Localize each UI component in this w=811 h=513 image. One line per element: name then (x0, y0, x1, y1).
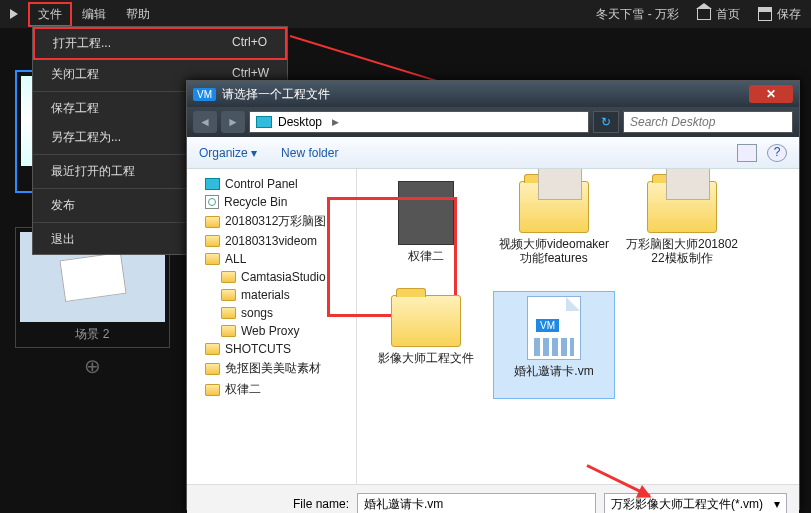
folder-icon (391, 295, 461, 347)
home-button[interactable]: 首页 (697, 6, 740, 23)
menu-edit[interactable]: 编辑 (72, 2, 116, 27)
dialog-navbar: ◄ ► Desktop▶ ↻ (187, 107, 799, 137)
menu-help[interactable]: 帮助 (116, 2, 160, 27)
organize-button[interactable]: Organize ▾ (199, 146, 257, 160)
tree-node[interactable]: 20180312万彩脑图 (191, 211, 352, 232)
filename-label: File name: (199, 497, 349, 511)
file-item[interactable]: 万彩脑图大师20180222模板制作 (621, 177, 743, 285)
file-open-dialog: VM 请选择一个工程文件 ✕ ◄ ► Desktop▶ ↻ Organize ▾… (186, 80, 800, 510)
play-icon (10, 9, 18, 19)
vm-icon: VM (527, 296, 581, 360)
nav-forward-button[interactable]: ► (221, 111, 245, 133)
dialog-footer: File name: 万彩影像大师工程文件(*.vm)▾ Open▼ Cance… (187, 484, 799, 513)
search-input[interactable] (623, 111, 793, 133)
view-button[interactable] (737, 144, 757, 162)
add-scene-button[interactable]: ⊕ (15, 354, 170, 378)
dialog-titlebar: VM 请选择一个工程文件 ✕ (187, 81, 799, 107)
refresh-button[interactable]: ↻ (593, 111, 619, 133)
vm-icon: VM (193, 88, 216, 101)
tree-node[interactable]: SHOTCUTS (191, 340, 352, 358)
tree-node[interactable]: songs (191, 304, 352, 322)
img-icon (398, 181, 454, 245)
desktop-icon (256, 116, 272, 128)
menu-file[interactable]: 文件 (28, 2, 72, 27)
dialog-toolbar: Organize ▾ New folder ? (187, 137, 799, 169)
app-title: 冬天下雪 - 万彩 (596, 6, 679, 23)
tree-node[interactable]: Web Proxy (191, 322, 352, 340)
tree-node[interactable]: materials (191, 286, 352, 304)
menu-item[interactable]: 打开工程...Ctrl+O (33, 27, 287, 60)
dialog-title: 请选择一个工程文件 (222, 86, 330, 103)
file-item[interactable]: VM婚礼邀请卡.vm (493, 291, 615, 399)
tree-node[interactable]: Control Panel (191, 175, 352, 193)
file-item[interactable]: 权律二 (365, 177, 487, 285)
tree-node[interactable]: Recycle Bin (191, 193, 352, 211)
nav-back-button[interactable]: ◄ (193, 111, 217, 133)
new-folder-button[interactable]: New folder (281, 146, 338, 160)
folder-icon (647, 181, 717, 233)
folder-icon (519, 181, 589, 233)
filename-input[interactable] (357, 493, 596, 513)
tree-node[interactable]: 20180313videom (191, 232, 352, 250)
file-item[interactable]: 影像大师工程文件 (365, 291, 487, 399)
location-bar[interactable]: Desktop▶ (249, 111, 589, 133)
tree-node[interactable]: 权律二 (191, 379, 352, 400)
app-menubar: 文件 编辑 帮助 冬天下雪 - 万彩 首页 保存 (0, 0, 811, 28)
home-icon (697, 8, 711, 20)
file-pane: 权律二视频大师videomaker 功能features万彩脑图大师201802… (357, 169, 799, 484)
save-icon (758, 7, 772, 21)
tree-node[interactable]: CamtasiaStudio (191, 268, 352, 286)
filetype-filter[interactable]: 万彩影像大师工程文件(*.vm)▾ (604, 493, 787, 513)
help-icon[interactable]: ? (767, 144, 787, 162)
tree-node[interactable]: ALL (191, 250, 352, 268)
tree-node[interactable]: 免抠图美美哒素材 (191, 358, 352, 379)
file-item[interactable]: 视频大师videomaker 功能features (493, 177, 615, 285)
folder-tree: Control PanelRecycle Bin20180312万彩脑图2018… (187, 169, 357, 484)
close-button[interactable]: ✕ (749, 85, 793, 103)
save-button[interactable]: 保存 (758, 6, 801, 23)
